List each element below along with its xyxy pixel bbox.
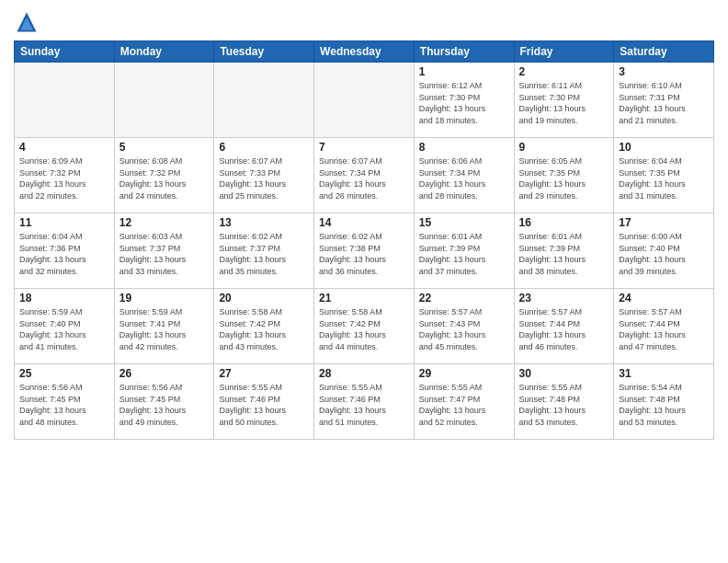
day-number: 20: [219, 292, 309, 304]
day-info: Sunrise: 5:57 AM Sunset: 7:43 PM Dayligh…: [419, 306, 509, 352]
calendar-cell: [114, 63, 214, 138]
calendar-cell: 18Sunrise: 5:59 AM Sunset: 7:40 PM Dayli…: [15, 289, 115, 364]
calendar-cell: 8Sunrise: 6:06 AM Sunset: 7:34 PM Daylig…: [414, 138, 514, 213]
day-info: Sunrise: 5:58 AM Sunset: 7:42 PM Dayligh…: [219, 306, 309, 352]
day-info: Sunrise: 6:10 AM Sunset: 7:31 PM Dayligh…: [619, 80, 709, 126]
day-info: Sunrise: 6:04 AM Sunset: 7:36 PM Dayligh…: [19, 231, 109, 277]
day-number: 17: [619, 216, 709, 229]
day-number: 26: [119, 367, 210, 380]
weekday-header-friday: Friday: [514, 41, 614, 63]
calendar-cell: 22Sunrise: 5:57 AM Sunset: 7:43 PM Dayli…: [414, 289, 514, 364]
calendar-cell: 31Sunrise: 5:54 AM Sunset: 7:48 PM Dayli…: [614, 364, 714, 440]
calendar-cell: 1Sunrise: 6:12 AM Sunset: 7:30 PM Daylig…: [414, 63, 514, 138]
calendar-cell: 12Sunrise: 6:03 AM Sunset: 7:37 PM Dayli…: [114, 213, 214, 289]
day-info: Sunrise: 6:04 AM Sunset: 7:35 PM Dayligh…: [619, 155, 709, 201]
calendar-cell: 16Sunrise: 6:01 AM Sunset: 7:39 PM Dayli…: [514, 213, 614, 289]
calendar: SundayMondayTuesdayWednesdayThursdayFrid…: [14, 40, 714, 440]
day-info: Sunrise: 5:59 AM Sunset: 7:40 PM Dayligh…: [19, 306, 109, 352]
weekday-header-wednesday: Wednesday: [314, 41, 415, 63]
day-info: Sunrise: 6:02 AM Sunset: 7:38 PM Dayligh…: [319, 231, 409, 277]
day-number: 30: [519, 367, 609, 380]
calendar-cell: [15, 63, 115, 138]
calendar-cell: 5Sunrise: 6:08 AM Sunset: 7:32 PM Daylig…: [114, 138, 214, 213]
calendar-cell: 4Sunrise: 6:09 AM Sunset: 7:32 PM Daylig…: [15, 138, 115, 213]
day-number: 14: [319, 216, 409, 229]
day-number: 19: [119, 292, 210, 304]
day-number: 28: [319, 367, 409, 380]
day-number: 15: [419, 216, 509, 229]
day-number: 5: [119, 141, 210, 154]
day-number: 13: [219, 216, 309, 229]
day-number: 7: [319, 141, 409, 154]
calendar-cell: 26Sunrise: 5:56 AM Sunset: 7:45 PM Dayli…: [114, 364, 214, 440]
logo: [14, 9, 43, 35]
calendar-cell: 29Sunrise: 5:55 AM Sunset: 7:47 PM Dayli…: [414, 364, 514, 440]
day-number: 22: [419, 292, 509, 304]
day-info: Sunrise: 5:58 AM Sunset: 7:42 PM Dayligh…: [319, 306, 409, 352]
day-info: Sunrise: 5:55 AM Sunset: 7:46 PM Dayligh…: [319, 382, 409, 428]
day-info: Sunrise: 5:56 AM Sunset: 7:45 PM Dayligh…: [19, 382, 109, 428]
day-number: 11: [19, 216, 109, 229]
day-info: Sunrise: 6:06 AM Sunset: 7:34 PM Dayligh…: [419, 155, 509, 201]
day-info: Sunrise: 6:07 AM Sunset: 7:34 PM Dayligh…: [319, 155, 409, 201]
weekday-header-sunday: Sunday: [15, 41, 115, 63]
day-info: Sunrise: 5:57 AM Sunset: 7:44 PM Dayligh…: [619, 306, 709, 352]
day-number: 18: [19, 292, 109, 304]
day-number: 12: [119, 216, 210, 229]
weekday-header-saturday: Saturday: [614, 41, 714, 63]
day-number: 2: [519, 65, 609, 78]
day-info: Sunrise: 6:00 AM Sunset: 7:40 PM Dayligh…: [619, 231, 709, 277]
calendar-cell: 6Sunrise: 6:07 AM Sunset: 7:33 PM Daylig…: [214, 138, 314, 213]
calendar-cell: 13Sunrise: 6:02 AM Sunset: 7:37 PM Dayli…: [214, 213, 314, 289]
calendar-cell: 14Sunrise: 6:02 AM Sunset: 7:38 PM Dayli…: [314, 213, 415, 289]
weekday-header-row: SundayMondayTuesdayWednesdayThursdayFrid…: [15, 41, 714, 63]
calendar-cell: [214, 63, 314, 138]
calendar-cell: 19Sunrise: 5:59 AM Sunset: 7:41 PM Dayli…: [114, 289, 214, 364]
logo-icon: [14, 9, 40, 35]
calendar-cell: 30Sunrise: 5:55 AM Sunset: 7:48 PM Dayli…: [514, 364, 614, 440]
calendar-cell: 3Sunrise: 6:10 AM Sunset: 7:31 PM Daylig…: [614, 63, 714, 138]
week-row-0: 1Sunrise: 6:12 AM Sunset: 7:30 PM Daylig…: [15, 63, 714, 138]
day-number: 21: [319, 292, 409, 304]
day-info: Sunrise: 6:05 AM Sunset: 7:35 PM Dayligh…: [519, 155, 609, 201]
day-info: Sunrise: 6:11 AM Sunset: 7:30 PM Dayligh…: [519, 80, 609, 126]
day-number: 10: [619, 141, 709, 154]
week-row-1: 4Sunrise: 6:09 AM Sunset: 7:32 PM Daylig…: [15, 138, 714, 213]
day-number: 31: [619, 367, 709, 380]
day-number: 4: [19, 141, 109, 154]
calendar-cell: 27Sunrise: 5:55 AM Sunset: 7:46 PM Dayli…: [214, 364, 314, 440]
calendar-cell: 11Sunrise: 6:04 AM Sunset: 7:36 PM Dayli…: [15, 213, 115, 289]
calendar-cell: 15Sunrise: 6:01 AM Sunset: 7:39 PM Dayli…: [414, 213, 514, 289]
day-number: 25: [19, 367, 109, 380]
calendar-cell: 7Sunrise: 6:07 AM Sunset: 7:34 PM Daylig…: [314, 138, 415, 213]
day-info: Sunrise: 6:07 AM Sunset: 7:33 PM Dayligh…: [219, 155, 309, 201]
day-info: Sunrise: 5:55 AM Sunset: 7:47 PM Dayligh…: [419, 382, 509, 428]
day-info: Sunrise: 5:54 AM Sunset: 7:48 PM Dayligh…: [619, 382, 709, 428]
day-info: Sunrise: 5:59 AM Sunset: 7:41 PM Dayligh…: [119, 306, 210, 352]
weekday-header-monday: Monday: [114, 41, 214, 63]
day-number: 1: [419, 65, 509, 78]
calendar-cell: 17Sunrise: 6:00 AM Sunset: 7:40 PM Dayli…: [614, 213, 714, 289]
day-info: Sunrise: 5:56 AM Sunset: 7:45 PM Dayligh…: [119, 382, 210, 428]
calendar-cell: 23Sunrise: 5:57 AM Sunset: 7:44 PM Dayli…: [514, 289, 614, 364]
week-row-4: 25Sunrise: 5:56 AM Sunset: 7:45 PM Dayli…: [15, 364, 714, 440]
day-info: Sunrise: 6:02 AM Sunset: 7:37 PM Dayligh…: [219, 231, 309, 277]
week-row-2: 11Sunrise: 6:04 AM Sunset: 7:36 PM Dayli…: [15, 213, 714, 289]
day-number: 9: [519, 141, 609, 154]
calendar-cell: 28Sunrise: 5:55 AM Sunset: 7:46 PM Dayli…: [314, 364, 415, 440]
day-number: 16: [519, 216, 609, 229]
day-number: 24: [619, 292, 709, 304]
week-row-3: 18Sunrise: 5:59 AM Sunset: 7:40 PM Dayli…: [15, 289, 714, 364]
day-number: 23: [519, 292, 609, 304]
day-number: 6: [219, 141, 309, 154]
day-info: Sunrise: 5:55 AM Sunset: 7:46 PM Dayligh…: [219, 382, 309, 428]
day-info: Sunrise: 5:57 AM Sunset: 7:44 PM Dayligh…: [519, 306, 609, 352]
day-info: Sunrise: 5:55 AM Sunset: 7:48 PM Dayligh…: [519, 382, 609, 428]
day-info: Sunrise: 6:01 AM Sunset: 7:39 PM Dayligh…: [519, 231, 609, 277]
calendar-cell: 9Sunrise: 6:05 AM Sunset: 7:35 PM Daylig…: [514, 138, 614, 213]
calendar-cell: 2Sunrise: 6:11 AM Sunset: 7:30 PM Daylig…: [514, 63, 614, 138]
day-info: Sunrise: 6:08 AM Sunset: 7:32 PM Dayligh…: [119, 155, 210, 201]
day-info: Sunrise: 6:09 AM Sunset: 7:32 PM Dayligh…: [19, 155, 109, 201]
calendar-cell: 24Sunrise: 5:57 AM Sunset: 7:44 PM Dayli…: [614, 289, 714, 364]
calendar-cell: 10Sunrise: 6:04 AM Sunset: 7:35 PM Dayli…: [614, 138, 714, 213]
